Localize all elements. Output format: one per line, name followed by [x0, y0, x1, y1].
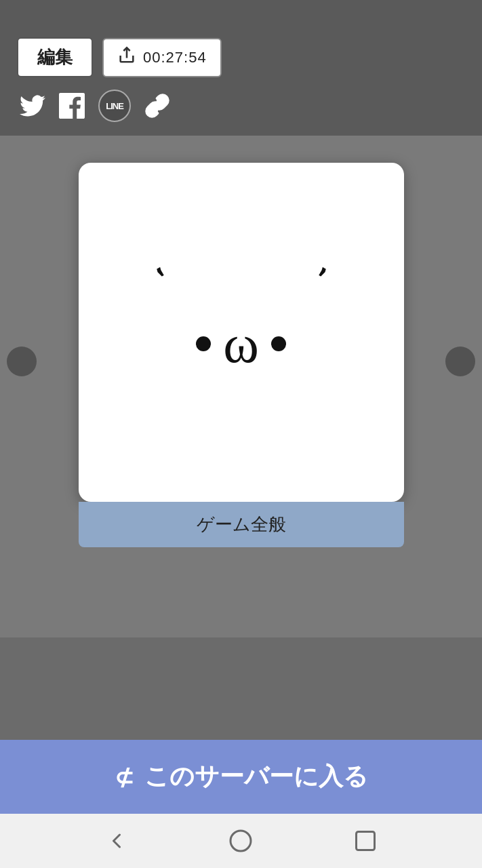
join-label: このサーバーに入る — [144, 760, 368, 793]
share-icon — [117, 46, 136, 69]
facebook-icon[interactable] — [59, 93, 85, 119]
link-icon[interactable] — [144, 93, 170, 119]
edit-button[interactable]: 編集 — [17, 37, 93, 77]
server-card: ʽ ʽ ω — [79, 163, 404, 502]
nav-home-button[interactable] — [228, 829, 253, 853]
main-content: ʽ ʽ ω ゲーム全般 — [0, 136, 482, 637]
svg-point-1 — [230, 831, 251, 851]
mouth-omega: ω — [223, 317, 259, 371]
line-icon[interactable]: LINE — [98, 90, 131, 122]
face-art: ʽ ʽ ω — [155, 267, 327, 398]
top-buttons: 編集 00:27:54 — [17, 37, 465, 77]
eyebrow-right: ʽ — [306, 267, 338, 310]
eye-left — [196, 336, 211, 351]
join-icon: ⊄ — [115, 764, 134, 791]
nav-recents-button[interactable] — [353, 829, 378, 853]
card-category-label: ゲーム全般 — [79, 502, 404, 547]
right-arrow[interactable] — [445, 347, 475, 376]
left-arrow[interactable] — [7, 347, 37, 376]
share-button[interactable]: 00:27:54 — [102, 38, 222, 77]
share-time: 00:27:54 — [143, 49, 207, 66]
social-icons: LINE — [17, 90, 465, 122]
top-bar: 編集 00:27:54 LINE — [0, 0, 482, 136]
eye-right — [271, 336, 286, 351]
nav-back-button[interactable] — [104, 829, 129, 853]
eyebrow-left: ʽ — [145, 267, 177, 310]
join-button[interactable]: ⊄ このサーバーに入る — [0, 740, 482, 814]
twitter-icon[interactable] — [20, 93, 45, 119]
nav-bar — [0, 814, 482, 868]
card-container: ʽ ʽ ω ゲーム全般 — [79, 163, 404, 547]
svg-rect-2 — [357, 832, 375, 850]
